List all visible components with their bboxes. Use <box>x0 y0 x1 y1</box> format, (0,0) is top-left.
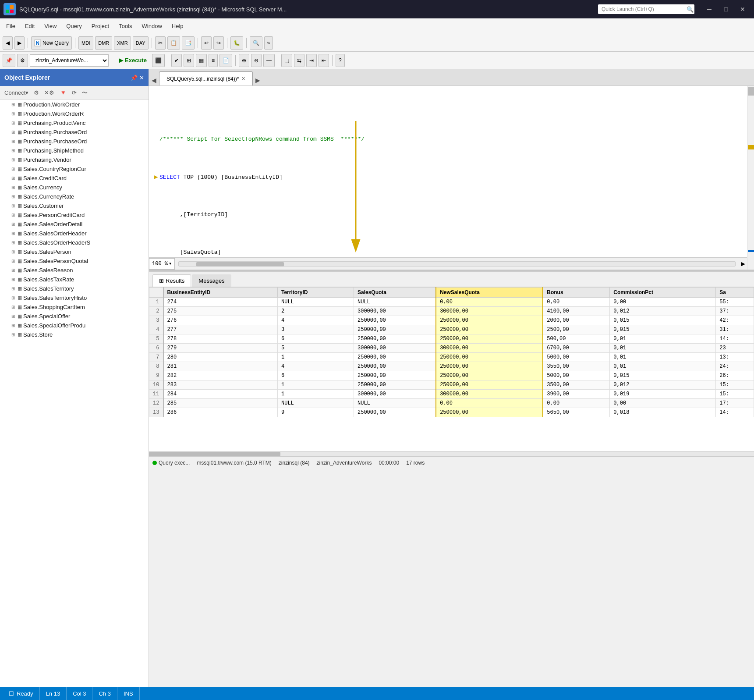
table-row[interactable]: 7 280 1 250000,00 250000,00 5000,00 0,01… <box>149 353 754 362</box>
tree-item-24[interactable]: ⊞ ▦ Sales.SpecialOfferProdu <box>0 321 149 330</box>
expander-5[interactable]: ⊞ <box>10 148 16 153</box>
expander-23[interactable]: ⊞ <box>10 314 16 319</box>
more-button[interactable]: » <box>264 36 273 50</box>
new-query-button[interactable]: N New Query <box>31 36 72 50</box>
expander-17[interactable]: ⊞ <box>10 259 16 263</box>
xmr-button[interactable]: XMR <box>114 36 131 50</box>
tree-item-16[interactable]: ⊞ ▦ Sales.SalesPerson <box>0 247 149 256</box>
expander-9[interactable]: ⊞ <box>10 185 16 190</box>
tree-item-22[interactable]: ⊞ ▦ Sales.ShoppingCartItem <box>0 302 149 312</box>
expander-4[interactable]: ⊞ <box>10 139 16 144</box>
table-row[interactable]: 2 275 2 300000,00 300000,00 4100,00 0,01… <box>149 307 754 316</box>
expander-2[interactable]: ⊞ <box>10 121 16 125</box>
menu-view[interactable]: View <box>40 21 61 31</box>
results-tab-messages[interactable]: Messages <box>192 274 231 287</box>
object-explorer-tree[interactable]: ⊞ ▦ Production.WorkOrder ⊞ ▦ Production.… <box>0 100 149 687</box>
debugger-button[interactable]: 🐛 <box>230 36 243 50</box>
tree-item-21[interactable]: ⊞ ▦ Sales.SalesTerritoryHisto <box>0 293 149 302</box>
tree-item-8[interactable]: ⊞ ▦ Sales.CreditCard <box>0 174 149 183</box>
tree-item-19[interactable]: ⊞ ▦ Sales.SalesTaxRate <box>0 275 149 284</box>
expander-3[interactable]: ⊞ <box>10 130 16 135</box>
grid-button[interactable]: ⊞ <box>184 54 194 67</box>
expander-18[interactable]: ⊞ <box>10 268 16 273</box>
parse-button[interactable]: ✔ <box>171 54 182 67</box>
tab-scroll-right[interactable]: ▶ <box>253 75 263 85</box>
expander-7[interactable]: ⊞ <box>10 167 16 171</box>
tree-item-15[interactable]: ⊞ ▦ Sales.SalesOrderHeaderS <box>0 238 149 247</box>
expander-10[interactable]: ⊞ <box>10 194 16 199</box>
results-hscrollbar[interactable] <box>149 451 754 456</box>
oe-reload-button[interactable]: ⟳ <box>70 89 78 97</box>
editor-hscroll-thumb[interactable] <box>196 262 284 266</box>
day-button[interactable]: DAY <box>133 36 149 50</box>
zoom-dropdown[interactable]: 100 % ▾ <box>149 258 175 270</box>
expander-20[interactable]: ⊞ <box>10 286 16 291</box>
expander-25[interactable]: ⊞ <box>10 332 16 337</box>
col-header-sa[interactable]: Sa <box>716 288 754 298</box>
col-header-bizid[interactable]: BusinessEntityID <box>163 288 278 298</box>
table-row[interactable]: 9 282 6 250000,00 250000,00 5000,00 0,01… <box>149 371 754 380</box>
tree-item-6[interactable]: ⊞ ▦ Purchasing.Vendor <box>0 155 149 164</box>
file-out-button[interactable]: 📄 <box>219 54 232 67</box>
editor-vscrollbar[interactable] <box>747 86 754 270</box>
tree-item-10[interactable]: ⊞ ▦ Sales.CurrencyRate <box>0 192 149 201</box>
expander-14[interactable]: ⊞ <box>10 231 16 236</box>
tree-item-11[interactable]: ⊞ ▦ Sales.Customer <box>0 201 149 210</box>
database-dropdown[interactable]: zinzin_AdventureWo... <box>30 54 109 67</box>
oe-filter-button[interactable]: ✕⚙ <box>42 89 56 97</box>
expander-13[interactable]: ⊞ <box>10 222 16 227</box>
col-header-commpct[interactable]: CommissionPct <box>610 288 716 298</box>
results-hscroll-thumb[interactable] <box>149 452 280 456</box>
tree-item-18[interactable]: ⊞ ▦ Sales.SalesReason <box>0 266 149 275</box>
tree-item-25[interactable]: ⊞ ▦ Sales.Store <box>0 330 149 339</box>
minimize-button[interactable]: ─ <box>701 3 717 15</box>
execute-button[interactable]: ▶ Execute <box>115 55 150 65</box>
tree-item-12[interactable]: ⊞ ▦ Sales.PersonCreditCard <box>0 210 149 220</box>
indent-button[interactable]: ⇥ <box>306 54 317 67</box>
tab-scroll-left[interactable]: ◀ <box>149 75 159 85</box>
col-header-terrid[interactable]: TerritoryID <box>278 288 354 298</box>
paste-button[interactable]: 📑 <box>182 36 195 50</box>
outdent-button[interactable]: ⇤ <box>319 54 329 67</box>
results-tab-results[interactable]: ⊞ Results <box>152 274 191 287</box>
tree-item-9[interactable]: ⊞ ▦ Sales.Currency <box>0 183 149 192</box>
menu-project[interactable]: Project <box>87 21 113 31</box>
line-button[interactable]: — <box>263 54 275 67</box>
menu-window[interactable]: Window <box>138 21 166 31</box>
oe-pin-button[interactable]: 📌 <box>131 75 138 81</box>
table-row[interactable]: 11 284 1 300000,00 300000,00 3900,00 0,0… <box>149 390 754 399</box>
tree-item-5[interactable]: ⊞ ▦ Purchasing.ShipMethod <box>0 146 149 155</box>
menu-file[interactable]: File <box>2 21 20 31</box>
scroll-right-btn[interactable]: ▶ <box>739 260 747 267</box>
expander-8[interactable]: ⊞ <box>10 176 16 181</box>
back-button[interactable]: ◀ <box>3 36 13 50</box>
menu-edit[interactable]: Edit <box>21 21 39 31</box>
tree-item-23[interactable]: ⊞ ▦ Sales.SpecialOffer <box>0 312 149 321</box>
code-editor[interactable]: /****** Script for SelectTopNRows comman… <box>149 86 754 270</box>
forward-button[interactable]: ▶ <box>14 36 25 50</box>
expander-15[interactable]: ⊞ <box>10 240 16 245</box>
exclude-button[interactable]: ⊖ <box>251 54 262 67</box>
include-button[interactable]: ⊕ <box>239 54 249 67</box>
undo-button[interactable]: ↩ <box>201 36 212 50</box>
expander-6[interactable]: ⊞ <box>10 157 16 162</box>
tree-item-17[interactable]: ⊞ ▦ Sales.SalesPersonQuotal <box>0 256 149 266</box>
oe-close-button[interactable]: ✕ <box>139 75 144 81</box>
help-btn[interactable]: ? <box>336 54 345 67</box>
tree-item-13[interactable]: ⊞ ▦ Sales.SalesOrderDetail <box>0 220 149 229</box>
oe-refresh-button[interactable]: ⚙ <box>32 89 41 97</box>
maximize-button[interactable]: □ <box>718 3 734 15</box>
dmr-button[interactable]: DMR <box>95 36 112 50</box>
expander-21[interactable]: ⊞ <box>10 295 16 300</box>
query-tab-close[interactable]: ✕ <box>241 76 245 82</box>
col-header-salesquota[interactable]: SalesQuota <box>354 288 436 298</box>
table-row[interactable]: 6 279 5 300000,00 300000,00 6700,00 0,01… <box>149 344 754 353</box>
redo-button[interactable]: ↪ <box>213 36 224 50</box>
expander-12[interactable]: ⊞ <box>10 213 16 217</box>
cut-button[interactable]: ✂ <box>155 36 166 50</box>
menu-help[interactable]: Help <box>167 21 188 31</box>
editor-vscroll-thumb[interactable] <box>748 87 754 96</box>
pin-button[interactable]: 📌 <box>3 54 15 67</box>
transpose-button[interactable]: ⇆ <box>294 54 304 67</box>
search-button[interactable]: 🔍 <box>250 36 262 50</box>
